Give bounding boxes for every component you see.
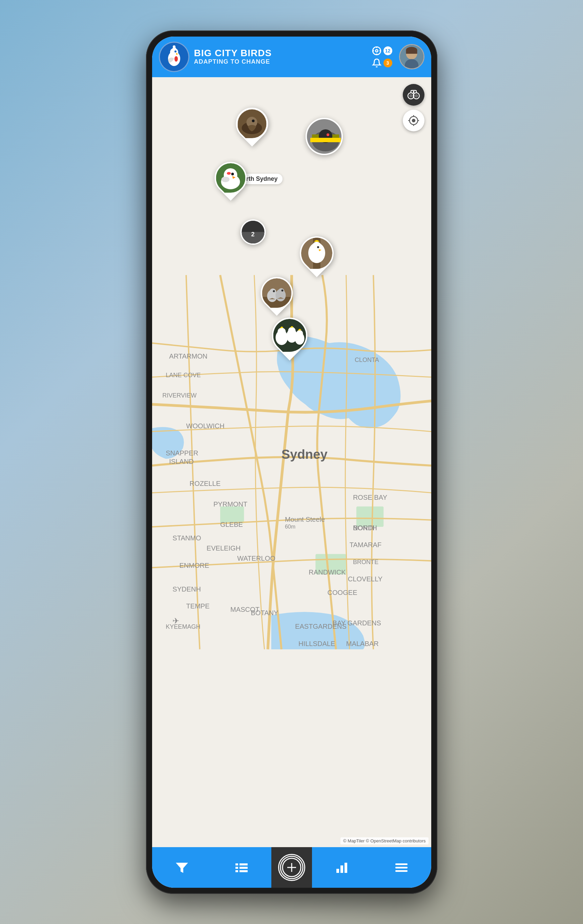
alerts-group[interactable]: 3 [372, 58, 392, 68]
svg-point-100 [409, 94, 413, 97]
menu-button[interactable] [391, 856, 412, 878]
svg-text:2: 2 [251, 231, 254, 238]
phone-frame: BIG CITY BIRDS ADAPTING TO CHANGE [146, 30, 437, 894]
cluster-pin[interactable]: 2 [240, 219, 266, 245]
bird-pin-6[interactable] [261, 277, 293, 315]
bird-pin-1[interactable] [236, 108, 268, 146]
notifications-group[interactable]: 12 [372, 46, 392, 56]
alert-count: 3 [383, 59, 392, 68]
svg-text:GLEBE: GLEBE [220, 520, 243, 528]
svg-rect-16 [406, 50, 417, 54]
header-actions: 12 3 [372, 44, 424, 69]
svg-text:ISLAND: ISLAND [169, 458, 194, 465]
svg-text:CLONTA: CLONTA [354, 356, 379, 363]
nav-main-right [312, 847, 431, 888]
svg-rect-66 [310, 140, 341, 142]
map-attribution: © MapTiler © OpenStreetMap contributors [340, 837, 428, 845]
svg-text:HILLSDALE: HILLSDALE [299, 640, 335, 647]
nav-main [152, 847, 271, 888]
binoculars-button[interactable] [403, 84, 424, 106]
svg-rect-20 [356, 506, 383, 526]
svg-text:✈: ✈ [172, 616, 179, 625]
svg-text:STANMO: STANMO [172, 534, 201, 542]
svg-text:Sydney: Sydney [281, 447, 327, 461]
header-title-block: BIG CITY BIRDS ADAPTING TO CHANGE [194, 48, 372, 66]
svg-rect-111 [239, 867, 248, 869]
header-icon-group: 12 3 [372, 46, 392, 68]
bird-pin-5[interactable] [300, 236, 334, 276]
svg-text:TEMPE: TEMPE [186, 602, 209, 610]
svg-text:RANDWICK: RANDWICK [309, 568, 346, 576]
svg-text:ROSE BAY: ROSE BAY [353, 493, 387, 501]
svg-text:EVELEIGH: EVELEIGH [206, 544, 240, 552]
map-container[interactable]: ARTARMON LANE COVE RIVERVIEW WOOLWICH SN… [152, 77, 431, 847]
svg-point-5 [175, 56, 178, 62]
svg-point-4 [175, 50, 177, 53]
phone-screen: BIG CITY BIRDS ADAPTING TO CHANGE [152, 36, 431, 888]
locate-button[interactable] [403, 110, 424, 131]
svg-text:RIVERVIEW: RIVERVIEW [162, 392, 197, 399]
svg-rect-113 [239, 870, 248, 872]
bird-pin-2[interactable] [306, 118, 343, 155]
svg-rect-121 [395, 863, 408, 865]
svg-rect-119 [340, 865, 343, 873]
stats-button[interactable] [331, 856, 353, 878]
svg-point-2 [170, 48, 178, 56]
svg-text:ROZELLE: ROZELLE [189, 480, 221, 487]
svg-point-3 [173, 45, 175, 48]
svg-text:NORTH: NORTH [353, 524, 377, 531]
svg-text:ARTARMON: ARTARMON [169, 352, 207, 360]
svg-text:60m: 60m [284, 523, 295, 529]
svg-text:WATERLOO: WATERLOO [237, 554, 276, 562]
svg-text:BRONTE: BRONTE [353, 559, 378, 566]
svg-rect-123 [395, 870, 408, 872]
svg-text:SNAPPER: SNAPPER [166, 449, 198, 456]
svg-point-7 [375, 50, 378, 52]
svg-text:BAY GARDENS: BAY GARDENS [332, 619, 381, 627]
map-svg: ARTARMON LANE COVE RIVERVIEW WOOLWICH SN… [152, 77, 431, 847]
svg-point-103 [412, 119, 415, 122]
svg-point-67 [327, 134, 329, 136]
add-observation-button[interactable] [278, 854, 305, 881]
svg-text:ENMORE: ENMORE [179, 561, 209, 569]
app-title: BIG CITY BIRDS [194, 48, 372, 59]
svg-text:SYDENH: SYDENH [172, 585, 201, 592]
svg-rect-110 [235, 867, 238, 869]
svg-text:TAMARAF: TAMARAF [349, 541, 381, 548]
svg-text:KYEEMAGH: KYEEMAGH [166, 623, 200, 630]
app-subtitle: ADAPTING TO CHANGE [194, 58, 372, 65]
svg-rect-108 [235, 863, 238, 865]
svg-rect-65 [310, 138, 341, 140]
svg-rect-122 [395, 867, 408, 868]
app-header: BIG CITY BIRDS ADAPTING TO CHANGE [152, 36, 431, 77]
svg-text:LANE COVE: LANE COVE [166, 371, 201, 378]
map-buttons [403, 84, 424, 131]
user-avatar[interactable] [399, 44, 424, 69]
filter-button[interactable] [171, 856, 193, 878]
svg-text:Mount Steele: Mount Steele [284, 515, 325, 523]
list-button[interactable] [231, 856, 253, 878]
svg-rect-112 [235, 870, 238, 872]
target-icon [372, 46, 382, 56]
svg-point-101 [415, 94, 418, 97]
bell-icon [372, 58, 382, 68]
svg-text:BOTANY: BOTANY [251, 609, 278, 617]
bird-pin-7[interactable] [272, 318, 307, 359]
svg-rect-99 [413, 91, 414, 93]
svg-rect-109 [239, 863, 248, 865]
nav-center [271, 847, 312, 888]
svg-text:MALABAR: MALABAR [346, 640, 378, 647]
svg-text:CLOVELLY: CLOVELLY [348, 575, 382, 582]
logo-icon [160, 43, 188, 71]
notification-count: 12 [383, 46, 392, 55]
svg-text:PYRMONT: PYRMONT [213, 500, 247, 508]
app-logo [159, 42, 189, 72]
svg-text:COOGEE: COOGEE [327, 589, 357, 596]
svg-rect-120 [345, 863, 347, 873]
svg-rect-118 [336, 869, 339, 873]
bottom-navigation [152, 847, 431, 888]
svg-text:WOOLWICH: WOOLWICH [186, 422, 224, 429]
bird-pin-3[interactable] [215, 162, 247, 200]
